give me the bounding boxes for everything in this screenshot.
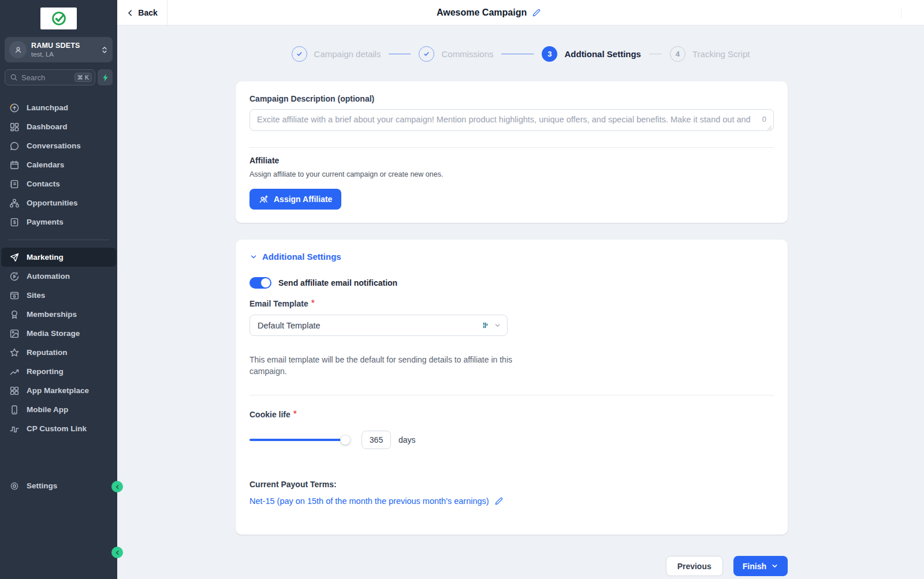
affiliate-heading: Affiliate	[249, 156, 774, 165]
pulse-icon	[9, 424, 20, 434]
sidebar-item-sites[interactable]: Sites	[0, 286, 117, 305]
sidebar-item-media-storage[interactable]: Media Storage	[0, 324, 117, 343]
description-label: Campaign Description (optional)	[249, 94, 774, 103]
step-label: Addtional Settings	[564, 49, 641, 59]
sidebar-item-marketing[interactable]: Marketing	[1, 248, 116, 267]
step-number: 4	[670, 46, 685, 62]
search-input[interactable]: Search ⌘ K	[5, 69, 95, 85]
finish-button[interactable]: Finish	[733, 556, 788, 576]
grid-icon	[9, 386, 20, 396]
cookie-life-input[interactable]	[362, 431, 391, 449]
sidebar-item-label: Payments	[27, 218, 64, 226]
search-placeholder: Search	[21, 73, 71, 82]
user-avatar	[9, 41, 27, 58]
step-tracking-script[interactable]: 4 Tracking Script	[670, 46, 750, 62]
sidebar-collapse-button[interactable]	[111, 481, 123, 492]
step-label: Commissions	[441, 49, 493, 59]
back-button[interactable]: Back	[117, 0, 167, 25]
chevron-left-icon	[126, 9, 134, 17]
email-template-help-text: This email template will be the default …	[249, 354, 515, 377]
sidebar-item-reputation[interactable]: Reputation	[0, 343, 117, 362]
help-widget-button[interactable]	[111, 547, 123, 558]
email-template-value: Default Template	[258, 321, 481, 330]
sidebar-item-mobile-app[interactable]: Mobile App	[0, 400, 117, 419]
page-title: Awesome Campaign	[437, 8, 527, 18]
sidebar-item-payments[interactable]: $ Payments	[0, 212, 117, 231]
sidebar-item-label: Memberships	[27, 310, 77, 319]
step-additional-settings[interactable]: 3 Addtional Settings	[542, 46, 641, 62]
sidebar-item-settings[interactable]: Settings	[0, 476, 117, 495]
medal-icon	[9, 309, 20, 320]
sidebar-item-calendars[interactable]: Calendars	[0, 155, 117, 174]
cookie-life-slider[interactable]	[249, 439, 345, 441]
char-counter: 0	[762, 115, 766, 124]
step-number: 3	[542, 46, 557, 62]
additional-settings-card: Additional Settings Send affiliate email…	[236, 240, 788, 535]
sidebar-item-label: Opportunities	[27, 199, 78, 207]
affiliate-help-text: Assign affiliate to your current campaig…	[249, 170, 774, 178]
email-notification-toggle[interactable]	[249, 277, 271, 289]
previous-button[interactable]: Previous	[666, 556, 723, 576]
opportunities-icon	[9, 198, 20, 208]
main-content: Campaign details Commissions 3 Addtional…	[117, 25, 924, 579]
dashboard-icon	[9, 122, 20, 132]
chevron-left-icon	[114, 484, 121, 490]
sidebar-nav-main: Launchpad Dashboard Conversations Calend…	[0, 98, 117, 231]
sidebar-item-opportunities[interactable]: Opportunities	[0, 193, 117, 212]
svg-text:$: $	[13, 219, 16, 225]
cookie-life-unit: days	[398, 435, 416, 444]
sidebar-item-contacts[interactable]: Contacts	[0, 174, 117, 193]
launchpad-icon	[9, 103, 20, 113]
cookie-life-label: Cookie life	[249, 410, 290, 419]
step-label: Campaign details	[314, 49, 381, 59]
edit-payout-pencil-icon[interactable]	[494, 497, 503, 506]
sidebar-item-cp-custom-link[interactable]: CP Custom Link	[0, 419, 117, 438]
additional-settings-collapse[interactable]: Additional Settings	[249, 252, 774, 262]
sidebar-item-memberships[interactable]: Memberships	[0, 305, 117, 324]
sidebar-item-conversations[interactable]: Conversations	[0, 136, 117, 155]
wizard-footer: Previous Finish	[236, 556, 788, 576]
step-connector	[501, 54, 534, 54]
assign-affiliate-label: Assign Affiliate	[274, 195, 332, 204]
additional-settings-heading: Additional Settings	[262, 252, 341, 262]
assign-affiliate-button[interactable]: Assign Affiliate	[249, 189, 341, 210]
sidebar-divider	[8, 240, 109, 240]
sidebar-item-label: Launchpad	[27, 103, 68, 112]
sidebar-item-dashboard[interactable]: Dashboard	[0, 117, 117, 136]
edit-title-pencil-icon[interactable]	[532, 9, 541, 17]
quick-actions-button[interactable]	[98, 69, 113, 85]
chevron-down-icon	[494, 322, 501, 329]
account-name: RAMU SDETS	[31, 42, 96, 50]
account-switcher[interactable]: RAMU SDETS test, LA	[5, 37, 113, 62]
email-template-select[interactable]: Default Template	[249, 315, 508, 336]
card-divider	[249, 395, 774, 395]
sidebar-nav-secondary: Marketing Automation Sites Memberships M…	[0, 248, 117, 438]
description-textarea[interactable]	[249, 109, 774, 131]
sidebar-item-label: App Marketplace	[27, 386, 89, 395]
star-icon	[9, 348, 20, 358]
sidebar-item-label: Calendars	[27, 160, 64, 169]
resize-grip-icon[interactable]	[767, 125, 772, 130]
chevron-left-icon	[114, 550, 121, 556]
search-shortcut-badge: ⌘ K	[74, 73, 92, 82]
paper-plane-icon	[9, 252, 20, 263]
email-template-label: Email Template	[249, 299, 308, 308]
payout-terms-link[interactable]: Net-15 (pay on 15th of the month the pre…	[249, 496, 489, 506]
sidebar-item-launchpad[interactable]: Launchpad	[0, 98, 117, 117]
sidebar-item-reporting[interactable]: Reporting	[0, 362, 117, 381]
slider-thumb[interactable]	[340, 435, 351, 445]
step-campaign-details[interactable]: Campaign details	[292, 46, 381, 62]
finish-label: Finish	[743, 562, 766, 571]
step-connector	[389, 54, 411, 54]
step-commissions[interactable]: Commissions	[419, 46, 493, 62]
chat-bubble-icon	[9, 141, 20, 151]
custom-values-icon[interactable]	[481, 321, 490, 330]
agency-logo	[40, 8, 77, 29]
sidebar-item-automation[interactable]: Automation	[0, 267, 117, 286]
search-icon	[10, 73, 18, 81]
sidebar-item-app-marketplace[interactable]: App Marketplace	[0, 381, 117, 400]
user-add-icon	[259, 195, 269, 204]
contacts-book-icon	[9, 179, 20, 189]
step-check-icon	[419, 46, 434, 62]
sidebar-item-label: Reporting	[27, 367, 64, 376]
